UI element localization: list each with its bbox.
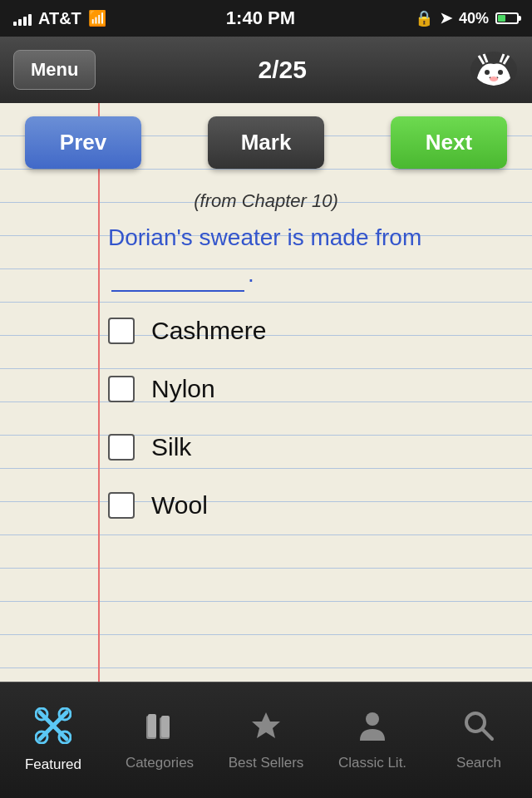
prev-button[interactable]: Prev: [25, 116, 141, 169]
question-area: (from Chapter 10) Dorian's sweater is ma…: [0, 182, 532, 292]
svg-point-2: [498, 70, 503, 75]
page-counter: 2/25: [259, 56, 307, 84]
answer-blank: [111, 255, 244, 292]
nav-bar: Menu 2/25: [0, 37, 532, 103]
tab-search[interactable]: Search: [426, 701, 532, 780]
checkbox-a[interactable]: [108, 318, 135, 344]
tab-featured[interactable]: Featured: [0, 699, 106, 781]
svg-marker-14: [252, 712, 280, 738]
best-sellers-icon: [249, 709, 283, 750]
checkbox-b[interactable]: [108, 376, 135, 402]
tab-featured-label: Featured: [25, 756, 81, 773]
toolbar: Prev Mark Next: [0, 103, 532, 182]
tab-classic-lit-label: Classic Lit.: [338, 755, 406, 771]
battery-icon: [495, 12, 519, 24]
tab-bar: Featured Categories Best Sellers: [0, 682, 532, 798]
logo-icon: [469, 49, 519, 91]
answer-option-d: Wool: [108, 491, 499, 520]
tab-categories-label: Categories: [126, 755, 194, 771]
tab-best-sellers[interactable]: Best Sellers: [213, 701, 319, 780]
tab-best-sellers-label: Best Sellers: [229, 755, 304, 771]
svg-rect-13: [161, 716, 170, 737]
answer-option-b: Nylon: [108, 375, 499, 403]
tab-classic-lit[interactable]: Classic Lit.: [319, 701, 426, 780]
search-icon: [462, 709, 495, 750]
svg-point-1: [485, 70, 490, 75]
checkbox-d[interactable]: [108, 492, 135, 519]
menu-button[interactable]: Menu: [13, 50, 96, 90]
question-text: Dorian's sweater is made from .: [108, 220, 499, 292]
answers-container: Cashmere Nylon Silk Wool: [0, 308, 532, 520]
battery-percent: 40%: [459, 10, 489, 27]
status-time: 1:40 PM: [226, 7, 295, 29]
answer-option-c: Silk: [108, 433, 499, 461]
tab-search-label: Search: [456, 755, 501, 771]
status-left: AT&T 📶: [13, 9, 106, 28]
svg-point-15: [366, 712, 379, 726]
answer-label-b: Nylon: [151, 375, 215, 403]
question-text-before: Dorian's sweater is made from: [108, 224, 421, 250]
svg-point-3: [490, 76, 498, 81]
svg-rect-11: [148, 714, 156, 737]
featured-icon: [35, 707, 71, 751]
location-icon: ➤: [440, 9, 452, 27]
checkbox-c[interactable]: [108, 434, 135, 461]
signal-bars: [13, 11, 32, 26]
answer-label-c: Silk: [151, 433, 191, 461]
status-bar: AT&T 📶 1:40 PM 🔒 ➤ 40%: [0, 0, 532, 37]
status-right: 🔒 ➤ 40%: [415, 9, 519, 27]
question-text-after: .: [248, 261, 254, 287]
answer-label-d: Wool: [151, 491, 208, 520]
chapter-label: (from Chapter 10): [33, 190, 499, 212]
wifi-icon: 📶: [88, 9, 106, 27]
lock-icon: 🔒: [415, 9, 433, 27]
classic-lit-icon: [356, 709, 389, 750]
carrier-label: AT&T: [38, 9, 81, 28]
tab-categories[interactable]: Categories: [106, 701, 213, 780]
answer-label-a: Cashmere: [151, 317, 266, 345]
categories-icon: [143, 709, 176, 750]
svg-line-17: [482, 729, 492, 739]
mark-button[interactable]: Mark: [208, 116, 324, 169]
next-button[interactable]: Next: [391, 116, 507, 169]
content-area: Prev Mark Next (from Chapter 10) Dorian'…: [0, 103, 532, 682]
answer-option-a: Cashmere: [108, 317, 499, 345]
